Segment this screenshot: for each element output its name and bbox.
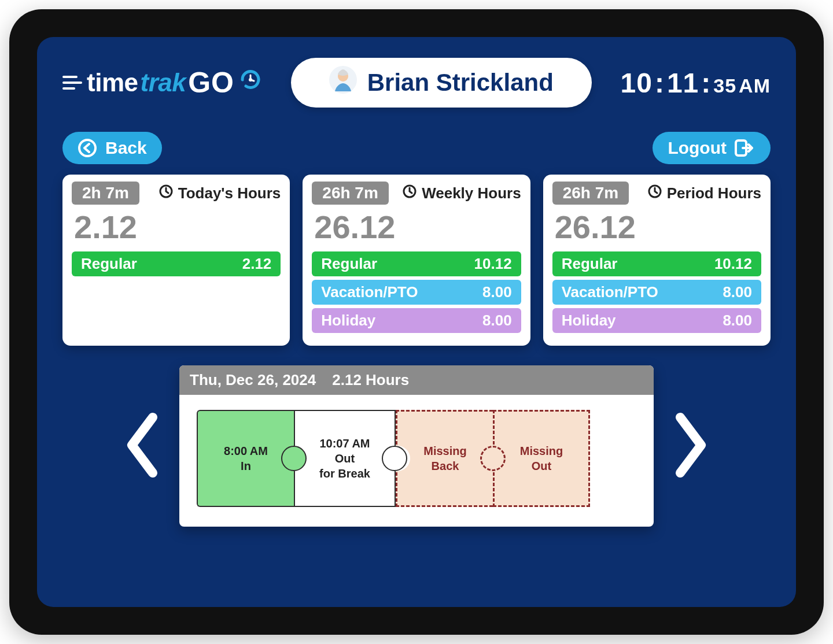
timeline-header: Thu, Dec 26, 2024 2.12 Hours — [179, 365, 654, 395]
logout-button[interactable]: Logout — [653, 132, 771, 164]
clock-swoosh-icon — [239, 68, 262, 97]
total-value: 2.12 — [74, 208, 281, 246]
timeline-date: Thu, Dec 26, 2024 — [190, 371, 316, 389]
avatar-icon — [329, 66, 357, 99]
hours-badge: 2h 7m — [72, 182, 139, 205]
timeline-section: Thu, Dec 26, 2024 2.12 Hours 8:00 AM In … — [62, 365, 771, 527]
clock-ampm: AM — [739, 75, 771, 97]
app-logo: time trak GO — [62, 66, 262, 99]
logo-time: time — [87, 68, 138, 97]
logo-trak: trak — [140, 68, 186, 97]
card-period-hours: 26h 7mPeriod Hours26.12Regular10.12Vacat… — [543, 175, 771, 346]
summary-cards: 2h 7mToday's Hours2.12Regular2.1226h 7mW… — [62, 175, 771, 346]
breakdown-row: Vacation/PTO8.00 — [312, 280, 521, 305]
punch-piece-in[interactable]: 8:00 AM In — [197, 410, 294, 507]
breakdown-row: Holiday8.00 — [552, 308, 761, 333]
logout-label: Logout — [668, 138, 727, 158]
clock-icon — [402, 184, 417, 203]
user-name: Brian Strickland — [367, 69, 554, 97]
prev-day-button[interactable] — [123, 410, 163, 482]
breakdown-row: Regular10.12 — [312, 251, 521, 276]
action-bar: Back Logout — [62, 132, 771, 164]
breakdown-row: Holiday8.00 — [312, 308, 521, 333]
clock-icon — [647, 184, 662, 203]
card-todays-hours: 2h 7mToday's Hours2.12Regular2.12 — [62, 175, 290, 346]
total-value: 26.12 — [555, 208, 761, 246]
punch-piece-missing-out[interactable]: Missing Out — [493, 410, 590, 507]
clock-icon — [159, 184, 174, 203]
card-title: Today's Hours — [159, 184, 281, 203]
back-label: Back — [105, 138, 147, 158]
timeline-body: 8:00 AM In 10:07 AM Out for Break Missin… — [179, 395, 654, 527]
app-screen: time trak GO — [37, 37, 796, 607]
logout-icon — [735, 138, 755, 158]
svg-point-3 — [79, 140, 95, 156]
logo-motion-lines-icon — [62, 76, 82, 90]
user-pill[interactable]: Brian Strickland — [291, 58, 592, 108]
clock-hours: 10 — [621, 67, 653, 99]
total-value: 26.12 — [314, 208, 521, 246]
breakdown-row: Regular10.12 — [552, 251, 761, 276]
card-title: Weekly Hours — [402, 184, 521, 203]
card-weekly-hours: 26h 7mWeekly Hours26.12Regular10.12Vacat… — [303, 175, 530, 346]
clock-minutes: 11 — [667, 67, 699, 99]
hours-badge: 26h 7m — [312, 182, 389, 205]
clock: 10 : 11 : 35 AM — [621, 67, 771, 99]
card-title: Period Hours — [647, 184, 761, 203]
tablet-frame: time trak GO — [9, 9, 824, 635]
punch-piece-out-break[interactable]: 10:07 AM Out for Break — [294, 410, 396, 507]
timeline-hours: 2.12 Hours — [332, 371, 409, 389]
clock-seconds: 35 — [713, 75, 736, 97]
punch-piece-missing-back[interactable]: Missing Back — [396, 410, 493, 507]
logo-go: GO — [188, 66, 234, 99]
hours-badge: 26h 7m — [552, 182, 629, 205]
arrow-left-circle-icon — [78, 138, 97, 158]
breakdown-row: Vacation/PTO8.00 — [552, 280, 761, 305]
breakdown-row: Regular2.12 — [72, 251, 281, 276]
header: time trak GO — [62, 58, 771, 108]
timeline-panel: Thu, Dec 26, 2024 2.12 Hours 8:00 AM In … — [179, 365, 654, 527]
next-day-button[interactable] — [670, 410, 710, 482]
back-button[interactable]: Back — [62, 132, 162, 164]
